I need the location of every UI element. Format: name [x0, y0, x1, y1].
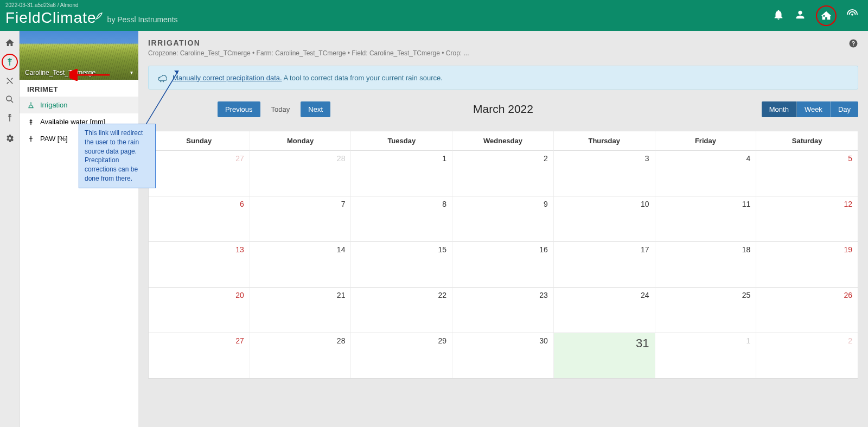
calendar-cell[interactable]: 27 — [149, 150, 250, 196]
calendar-date-number: 15 — [438, 245, 447, 254]
calendar-date-number: 31 — [636, 336, 649, 350]
calendar-date-number: 24 — [641, 291, 649, 299]
calendar-date-number: 27 — [235, 336, 244, 345]
calendar-date-number: 7 — [341, 200, 346, 208]
help-icon[interactable]: ? — [848, 39, 858, 48]
sidebar-section-title: IRRIMET — [20, 80, 138, 97]
correct-precipitation-link[interactable]: Manually correct precipitation data. — [173, 74, 282, 82]
calendar-cell[interactable]: 8 — [351, 196, 452, 241]
calendar-cell[interactable]: 30 — [452, 333, 554, 378]
today-button[interactable]: Today — [264, 101, 298, 117]
calendar-cell[interactable]: 6 — [149, 196, 250, 241]
field-image[interactable]: Caroline_Test_TCmerge ▾ — [20, 31, 138, 80]
bell-icon[interactable] — [773, 9, 784, 23]
calendar-cell[interactable]: 25 — [655, 287, 757, 333]
svg-text:?: ? — [852, 40, 855, 47]
page-title: IRRIGATION — [148, 39, 858, 47]
nav-satellite-icon[interactable] — [2, 73, 17, 88]
calendar-day-header: Thursday — [554, 131, 655, 150]
calendar-cell[interactable]: 22 — [351, 287, 452, 333]
farm-icon-circled[interactable] — [816, 5, 837, 26]
calendar-cell[interactable]: 7 — [250, 196, 352, 241]
calendar-cell[interactable]: 20 — [149, 287, 250, 333]
chevron-down-icon[interactable]: ▾ — [130, 69, 133, 75]
leaf-icon — [97, 9, 104, 27]
calendar-date-number: 17 — [641, 245, 649, 254]
calendar-cell[interactable]: 29 — [351, 333, 452, 378]
calendar-date-number: 26 — [844, 291, 852, 299]
calendar-cell[interactable]: 28 — [250, 150, 352, 196]
calendar-cell[interactable]: 9 — [452, 196, 554, 241]
day-view-button[interactable]: Day — [831, 101, 858, 117]
calendar-day-header: Saturday — [756, 131, 858, 150]
irrigation-icon — [27, 101, 35, 109]
calendar-cell[interactable]: 3 — [554, 150, 655, 196]
calendar-cell[interactable]: 23 — [452, 287, 554, 333]
calendar-date-number: 22 — [438, 291, 447, 299]
calendar-cell[interactable]: 19 — [756, 241, 858, 287]
calendar-cell[interactable]: 18 — [655, 241, 757, 287]
nav-sensor-icon[interactable] — [2, 110, 17, 125]
calendar-cell[interactable]: 5 — [756, 150, 858, 196]
month-view-button[interactable]: Month — [762, 101, 797, 117]
calendar-cell[interactable]: 4 — [655, 150, 757, 196]
next-button[interactable]: Next — [301, 101, 330, 117]
calendar-day-header: Wednesday — [452, 131, 554, 150]
calendar-cell[interactable]: 16 — [452, 241, 554, 287]
calendar-date-number: 5 — [848, 154, 852, 163]
sidebar-item-label: PAW [%] — [40, 135, 68, 143]
calendar-cell[interactable]: 28 — [250, 333, 352, 378]
calendar-date-number: 21 — [337, 291, 346, 299]
calendar-day-header: Sunday — [149, 131, 250, 150]
calendar-day-header: Monday — [250, 131, 352, 150]
version-label: 2022-03-31.a5d23a6 / Almond — [5, 2, 79, 8]
rain-icon — [157, 73, 167, 82]
calendar-day-header: Friday — [655, 131, 757, 150]
calendar-date-number: 3 — [645, 154, 649, 163]
calendar-cell[interactable]: 1 — [655, 333, 757, 378]
calendar-cell[interactable]: 2 — [756, 333, 858, 378]
calendar-cell[interactable]: 1 — [351, 150, 452, 196]
calendar-date-number: 9 — [544, 200, 548, 208]
calendar-cell[interactable]: 12 — [756, 196, 858, 241]
calendar-cell[interactable]: 27 — [149, 333, 250, 378]
calendar-cell[interactable]: 11 — [655, 196, 757, 241]
calendar-day-header: Tuesday — [351, 131, 452, 150]
info-banner: Manually correct precipitation data. A t… — [148, 66, 858, 90]
user-icon[interactable] — [794, 9, 806, 23]
nav-irrigation-icon-circled[interactable] — [2, 54, 18, 70]
calendar-cell[interactable]: 17 — [554, 241, 655, 287]
nav-home-icon[interactable] — [2, 35, 17, 50]
broadcast-icon[interactable] — [846, 9, 858, 23]
calendar-cell[interactable]: 14 — [250, 241, 352, 287]
annotation-callout: This link will redirect the user to the … — [79, 124, 156, 188]
calendar-cell[interactable]: 2 — [452, 150, 554, 196]
week-view-button[interactable]: Week — [797, 101, 831, 117]
previous-button[interactable]: Previous — [218, 101, 260, 117]
calendar-cell[interactable]: 24 — [554, 287, 655, 333]
calendar-date-number: 14 — [337, 245, 346, 254]
sidebar-item-irrigation[interactable]: Irrigation — [20, 97, 138, 113]
calendar-date-number: 11 — [742, 200, 751, 208]
calendar-date-number: 23 — [539, 291, 548, 299]
banner-text: A tool to correct data from your current… — [282, 74, 443, 82]
calendar-date-number: 16 — [539, 245, 548, 254]
calendar-date-number: 30 — [539, 336, 548, 345]
svg-point-0 — [851, 14, 853, 16]
calendar-cell[interactable]: 10 — [554, 196, 655, 241]
calendar-cell[interactable]: 21 — [250, 287, 352, 333]
calendar-cell[interactable]: 26 — [756, 287, 858, 333]
tagline: by Pessl Instruments — [107, 15, 178, 24]
calendar-cell[interactable]: 13 — [149, 241, 250, 287]
nav-settings-icon[interactable] — [2, 131, 17, 146]
calendar-cell[interactable]: 15 — [351, 241, 452, 287]
nav-search-icon[interactable] — [2, 92, 17, 107]
calendar-cell[interactable]: 31 — [554, 333, 655, 378]
field-name-label: Caroline_Test_TCmerge — [25, 69, 95, 77]
calendar-date-number: 1 — [442, 154, 446, 163]
calendar-date-number: 28 — [337, 336, 346, 345]
paw-icon — [27, 135, 35, 143]
calendar-date-number: 19 — [844, 245, 852, 254]
calendar-date-number: 12 — [844, 200, 852, 208]
calendar-date-number: 27 — [235, 154, 244, 163]
